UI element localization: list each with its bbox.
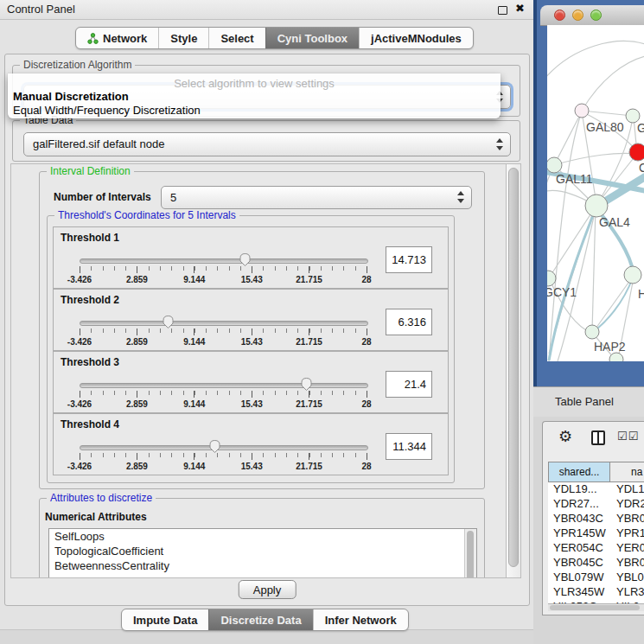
top-tabbar: NetworkStyleSelectCyni ToolboxjActiveMNo… — [75, 27, 474, 49]
table-row[interactable]: YER054CYER0 — [548, 541, 644, 556]
close-icon[interactable]: ✖ — [515, 2, 525, 15]
zoom-light[interactable] — [590, 10, 602, 21]
table-row[interactable]: YBR043CYBR0 — [548, 512, 644, 526]
table-row[interactable]: YBR045CYBR0 — [548, 556, 644, 571]
network-edge[interactable] — [550, 207, 596, 277]
checkbox-icons[interactable]: ☑☑ — [617, 430, 639, 443]
right-area: GAL80GACGAL11GAL4GCY1HHAP2 Table Panel ⚙… — [533, 0, 644, 644]
attribute-list-item[interactable]: TopologicalCoefficient — [49, 544, 476, 558]
tab-select[interactable]: Select — [208, 28, 265, 48]
table-row[interactable]: YDR27...YDR2 — [548, 497, 644, 512]
cell-shared-name[interactable]: YDL19... — [548, 482, 611, 497]
threshold-slider-thumb[interactable] — [208, 439, 221, 454]
attribute-list-item[interactable]: SelfLoops — [49, 529, 476, 544]
main-scrollbar-thumb[interactable] — [508, 168, 519, 567]
gear-icon[interactable]: ⚙ — [558, 427, 572, 446]
popup-item-manual-discretization[interactable]: Manual Discretization — [13, 90, 129, 103]
threshold-label: Threshold 2 — [61, 294, 119, 306]
cell-shared-name[interactable]: YLR345W — [548, 585, 611, 600]
minimize-light[interactable] — [572, 10, 583, 21]
cell-shared-name[interactable]: YBR045C — [548, 556, 611, 571]
table-data-combobox[interactable]: galFiltered.sif default node — [23, 132, 511, 156]
network-node[interactable] — [547, 157, 562, 173]
column-header-name[interactable]: na — [610, 462, 644, 481]
list-scrollbar[interactable] — [464, 529, 476, 578]
network-edge[interactable] — [547, 41, 644, 79]
cell-shared-name[interactable]: YBR043C — [548, 512, 611, 526]
threshold-slider-track[interactable] — [80, 445, 368, 450]
network-node[interactable] — [575, 104, 589, 118]
network-icon — [87, 33, 99, 44]
network-edge[interactable] — [592, 207, 596, 331]
network-node[interactable] — [585, 325, 599, 339]
cell-shared-name[interactable]: YDR27... — [548, 497, 611, 512]
cell-name[interactable]: YDR2 — [611, 497, 644, 512]
network-node[interactable] — [629, 143, 644, 161]
threshold-slider-thumb[interactable] — [239, 252, 252, 267]
threshold-value-field[interactable] — [386, 246, 432, 273]
num-intervals-combobox[interactable]: 5 — [161, 186, 472, 209]
network-node[interactable] — [585, 194, 608, 217]
threshold-value-field[interactable] — [386, 433, 432, 460]
cell-name[interactable]: YLR3 — [611, 585, 644, 600]
threshold-value-field[interactable] — [386, 309, 432, 335]
close-light[interactable] — [554, 10, 565, 21]
cell-name[interactable]: YDL1 — [611, 482, 644, 497]
cell-name[interactable]: YPR1 — [611, 526, 644, 541]
table-hscrollbar-thumb[interactable] — [550, 605, 640, 610]
network-edge[interactable] — [554, 112, 582, 165]
num-intervals-label: Number of Intervals — [54, 191, 151, 203]
cell-shared-name[interactable]: YBL079W — [548, 571, 611, 585]
group-table-data: Table Data galFiltered.sif default node — [12, 120, 520, 162]
attribute-list-item[interactable]: BetweennessCentrality — [49, 558, 476, 573]
table-row[interactable]: YPR145WYPR1 — [548, 526, 644, 541]
popup-item-equal-width-frequency[interactable]: Equal Width/Frequency Discretization — [13, 104, 201, 117]
apply-button[interactable]: Apply — [239, 580, 296, 599]
list-scrollbar-thumb[interactable] — [467, 531, 474, 578]
table-row[interactable]: YLR345WYLR3 — [548, 585, 644, 600]
threshold-slider-track[interactable] — [80, 321, 368, 326]
network-node[interactable] — [624, 266, 641, 284]
network-canvas[interactable]: GAL80GACGAL11GAL4GCY1HHAP2 — [547, 25, 644, 361]
slider-tick-label: 2.859 — [126, 399, 148, 409]
slider-major-tick — [194, 453, 194, 460]
float-window-icon[interactable] — [498, 6, 507, 15]
network-edge[interactable] — [594, 277, 633, 331]
slider-tick-label: 28 — [361, 399, 371, 409]
cell-shared-name[interactable]: YPR145W — [548, 526, 611, 541]
tab-network[interactable]: Network — [76, 28, 158, 48]
threshold-slider-track[interactable] — [80, 258, 368, 264]
slider-tick-label: 15.43 — [241, 337, 263, 347]
cell-name[interactable]: YBL0 — [611, 571, 644, 585]
group-label-discretization-algorithm: Discretization Algorithm — [20, 59, 135, 71]
threshold-box: Threshold 1-3.4262.8599.14415.4321.71528 — [53, 226, 449, 289]
network-node[interactable] — [547, 271, 556, 286]
tab-cyni-toolbox[interactable]: Cyni Toolbox — [265, 28, 359, 48]
network-node[interactable] — [609, 353, 623, 361]
threshold-slider-track[interactable] — [80, 383, 368, 388]
main-scrollbar[interactable] — [506, 163, 521, 578]
tab-jactivemnodules[interactable]: jActiveMNodules — [359, 28, 473, 48]
threshold-slider-thumb[interactable] — [162, 315, 175, 329]
tab-infer-network[interactable]: Infer Network — [313, 609, 408, 630]
cell-name[interactable]: YBR0 — [611, 556, 644, 571]
table-row[interactable]: YBL079WYBL0 — [548, 571, 644, 585]
tab-style[interactable]: Style — [158, 28, 208, 48]
network-edge[interactable] — [554, 153, 636, 165]
threshold-slider-thumb[interactable] — [300, 377, 313, 392]
columns-icon[interactable] — [591, 430, 605, 445]
network-edge[interactable] — [582, 56, 644, 111]
table-data-combo-value: galFiltered.sif default node — [33, 133, 164, 156]
tab-discretize-data[interactable]: Discretize Data — [208, 609, 312, 630]
table-hscrollbar[interactable] — [548, 603, 644, 611]
threshold-label: Threshold 1 — [61, 232, 119, 244]
column-header-shared[interactable]: shared... — [549, 462, 610, 481]
cell-name[interactable]: YBR0 — [611, 512, 644, 526]
tab-impute-data[interactable]: Impute Data — [122, 609, 208, 630]
cell-shared-name[interactable]: YER054C — [548, 541, 611, 556]
cell-name[interactable]: YER0 — [611, 541, 644, 556]
table-row[interactable]: YDL19...YDL1 — [548, 482, 644, 497]
network-edge[interactable] — [549, 112, 582, 361]
network-node-label: C — [639, 161, 644, 175]
threshold-value-field[interactable] — [386, 371, 432, 398]
